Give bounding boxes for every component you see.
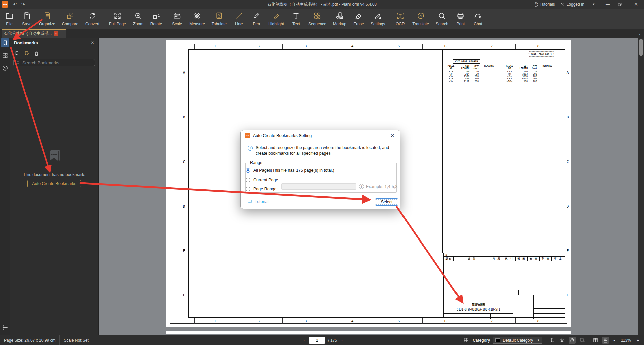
grid-tick [422,318,423,324]
rotate-icon [152,12,160,20]
toolbar-divider [390,12,390,26]
toolbar-item-label: Line [235,22,243,26]
help-rail-button[interactable] [1,64,9,72]
redo-button[interactable]: ↷ [19,1,27,8]
undo-button[interactable]: ↶ [11,1,19,8]
page-number-input[interactable] [309,337,325,344]
category-dropdown[interactable]: Default Category ▼ [493,337,542,344]
grid-column-label: 6 [444,319,447,323]
radio-option-3[interactable]: Page Range: [246,187,278,191]
radio-selected-icon[interactable] [246,168,250,173]
scrollbar-thumb[interactable] [639,39,643,56]
toolbar-item-settings[interactable]: Settings [367,9,388,29]
scale-status[interactable]: Scale Not Set [60,338,92,343]
account-menu[interactable]: Logged In [560,2,584,7]
grid-tick [422,44,423,49]
toolbar-item-label: File [6,22,12,26]
bookmarks-rail-button[interactable] [1,38,9,47]
toolbar-item-search[interactable]: Search [432,9,452,29]
toolbar-item-label: Sequence [308,22,326,26]
grid-tick [181,139,188,139]
radio-icon[interactable] [246,178,250,182]
panel-close-icon[interactable]: ✕ [91,40,94,45]
tab-overflow-icon[interactable]: ⌄ [638,31,641,36]
column-header: REMARKS [479,65,499,70]
radio-option-1[interactable]: All Pages(This file has 175 page(s) in t… [246,168,334,173]
bookmark-search-input[interactable] [22,60,92,65]
continuous-layout-button[interactable] [602,337,609,344]
tutorials-menu[interactable]: ? Tutorials [534,2,555,7]
grid-row-label: F [567,293,569,297]
select-area-button[interactable] [579,337,586,344]
svg-text:2: 2 [318,13,319,15]
tutorial-link[interactable]: Tutorial [247,199,268,204]
toolbar-item-label: Measure [189,22,205,26]
next-page-edge [166,331,571,334]
zoom-in-button[interactable]: + [635,338,641,343]
bookmark-search-box[interactable] [13,59,95,66]
toolbar-item-pen[interactable]: Pen [248,9,265,29]
toolbar-item-full-page[interactable]: Full Page [106,9,129,29]
grid-tick [565,184,573,184]
next-page-button[interactable]: › [340,338,343,343]
menu-caret-icon[interactable]: ▼ [589,3,598,6]
select-button[interactable]: Select [375,198,398,206]
toolbar-item-highlight[interactable]: Highlight [265,9,287,29]
document-tab-title: 石化单线图（自动生成书... [4,31,52,37]
toolbar-item-measure[interactable]: Measure [186,9,208,29]
save-icon [23,12,31,20]
convert-icon [88,12,97,20]
zoom-level[interactable]: 113% [620,338,632,343]
toolbar-item-file[interactable]: File [1,9,18,29]
toolbar-item-markup[interactable]: Markup [330,9,350,29]
maximize-button[interactable] [617,2,627,7]
toolbar-item-rotate[interactable]: Rotate [147,9,165,29]
page-range-input[interactable] [281,183,356,190]
outline-rail-button[interactable] [1,323,9,332]
grid-tick [376,318,376,324]
grid-column-label: 7 [491,44,493,48]
hand-tool-button[interactable] [569,337,576,344]
toolbar-item-tabulate[interactable]: Tabulate [208,9,230,29]
minimize-button[interactable]: — [603,2,612,7]
add-bookmark-icon[interactable] [14,51,20,56]
toolbar-item-compare[interactable]: Compare [59,9,82,29]
prev-page-button[interactable]: ‹ [303,338,306,343]
toolbar-item-scale[interactable]: Scale [168,9,186,29]
toolbar-item-print[interactable]: Print [452,9,469,29]
toolbar-item-zoom[interactable]: Zoom [129,9,147,29]
view-mode-button[interactable] [558,337,566,344]
radio-icon[interactable] [246,187,250,191]
auto-create-bookmarks-button[interactable]: Auto Create Bookmarks [27,180,81,187]
table-row: <8>6245200 [504,78,558,80]
bookmarks-panel-title: Bookmarks [14,40,38,45]
toolbar-item-sequence[interactable]: 1234Sequence [305,9,330,29]
toolbar-item-erase[interactable]: Erase [350,9,367,29]
toolbar-item-ocr[interactable]: OCR [391,9,409,29]
vertical-scrollbar[interactable] [638,38,644,335]
delete-bookmark-icon[interactable] [34,51,39,56]
toolbar-item-save[interactable]: Save [18,9,36,29]
toolbar-divider [104,12,104,26]
example-hint: Example: 1,4-5,8 [366,184,398,189]
document-tab[interactable]: 石化单线图（自动生成书... ✕ [2,29,66,38]
toolbar-item-organize[interactable]: Organize [36,9,59,29]
toolbar-item-convert[interactable]: Convert [82,9,103,29]
thumbnails-rail-button[interactable] [1,51,9,60]
toolbar-item-chat[interactable]: Chat [469,9,487,29]
person-icon [560,2,565,7]
toolbar-item-translate[interactable]: AITranslate [409,9,432,29]
zoom-out-button[interactable]: - [612,338,616,343]
table-cell [479,73,499,75]
tab-close-icon[interactable]: ✕ [54,31,58,36]
zoom-area-button[interactable] [548,337,555,344]
auto-bookmark-icon[interactable] [24,51,30,56]
close-button[interactable]: ✕ [631,2,641,7]
toolbar-item-label: Search [436,22,448,26]
dialog-close-icon[interactable]: ✕ [389,133,396,138]
toolbar-item-text[interactable]: Text [287,9,305,29]
toolbar-item-line[interactable]: Line [230,9,248,29]
radio-option-2[interactable]: Current Page [246,178,278,182]
compare-icon [66,12,74,20]
page-layout-button[interactable] [592,337,599,344]
